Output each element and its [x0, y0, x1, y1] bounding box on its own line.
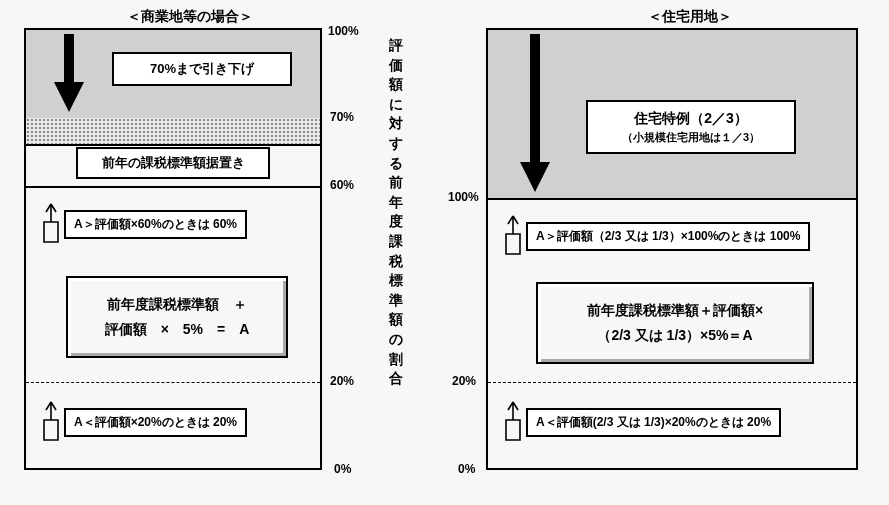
left-column: 70%まで引き下げ 前年の課税標準額据置き A＞評価額×60%のときは 60% …	[24, 28, 322, 470]
right-formula: 前年度課税標準額＋評価額× （2/3 又は 1/3）×5%＝A	[536, 282, 814, 364]
bracket-up-icon	[502, 400, 524, 444]
right-line-100	[488, 198, 856, 200]
svg-rect-2	[530, 34, 540, 162]
right-dashed-20	[488, 382, 856, 383]
right-lower-rule: A＜評価額(2/3 又は 1/3)×20%のときは 20%	[502, 400, 781, 444]
right-lower-rule-text: A＜評価額(2/3 又は 1/3)×20%のときは 20%	[526, 408, 781, 437]
center-vertical-label-text: 評価額に対する前年度課税標準額の割合	[389, 37, 403, 386]
right-box-special-line2: （小規模住宅用地は１／3）	[622, 129, 760, 147]
left-line-70	[26, 144, 320, 146]
left-lower-rule-text: A＜評価額×20%のときは 20%	[64, 408, 247, 437]
left-pct-20: 20%	[330, 374, 354, 388]
svg-marker-3	[520, 162, 550, 192]
left-pct-60: 60%	[330, 178, 354, 192]
right-formula-line1: 前年度課税標準額＋評価額×	[554, 298, 796, 323]
left-pct-0: 0%	[334, 462, 351, 476]
right-upper-rule: A＞評価額（2/3 又は 1/3）×100%のときは 100%	[502, 214, 810, 258]
right-column: 住宅特例（2／3） （小規模住宅用地は１／3） A＞評価額（2/3 又は 1/3…	[486, 28, 858, 470]
left-formula: 前年度課税標準額 ＋ 評価額 × 5% = A	[66, 276, 288, 358]
down-arrow-icon	[520, 34, 550, 194]
right-pct-20: 20%	[452, 374, 476, 388]
svg-rect-0	[64, 34, 74, 82]
left-pct-70: 70%	[330, 110, 354, 124]
left-box-carryover: 前年の課税標準額据置き	[76, 147, 270, 179]
left-formula-line2: 評価額 × 5% = A	[84, 317, 270, 342]
left-line-60	[26, 186, 320, 188]
left-title: ＜商業地等の場合＞	[60, 8, 320, 26]
left-pct-100: 100%	[328, 24, 359, 38]
left-box-70-reduction: 70%まで引き下げ	[112, 52, 292, 86]
right-pct-0: 0%	[458, 462, 475, 476]
svg-marker-1	[54, 82, 84, 112]
right-formula-line2: （2/3 又は 1/3）×5%＝A	[554, 323, 796, 348]
left-upper-rule: A＞評価額×60%のときは 60%	[40, 202, 247, 246]
right-title: ＜住宅用地＞	[560, 8, 820, 26]
down-arrow-icon	[54, 34, 84, 114]
right-box-special-line1: 住宅特例（2／3）	[634, 107, 748, 129]
left-formula-line1: 前年度課税標準額 ＋	[84, 292, 270, 317]
right-box-special: 住宅特例（2／3） （小規模住宅用地は１／3）	[586, 100, 796, 154]
bracket-up-icon	[502, 214, 524, 258]
bracket-up-icon	[40, 202, 62, 246]
right-pct-100: 100%	[448, 190, 479, 204]
left-dashed-20	[26, 382, 320, 383]
left-lower-rule: A＜評価額×20%のときは 20%	[40, 400, 247, 444]
left-upper-rule-text: A＞評価額×60%のときは 60%	[64, 210, 247, 239]
center-vertical-label: 評価額に対する前年度課税標準額の割合	[388, 36, 404, 389]
bracket-up-icon	[40, 400, 62, 444]
right-upper-rule-text: A＞評価額（2/3 又は 1/3）×100%のときは 100%	[526, 222, 810, 251]
left-band-70-hatch	[26, 118, 320, 144]
